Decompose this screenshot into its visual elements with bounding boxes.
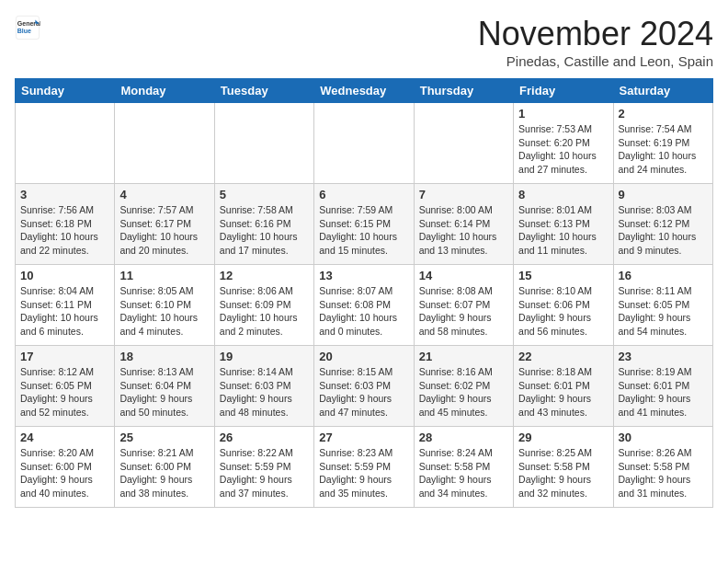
cell-text: Sunset: 6:16 PM [220, 217, 309, 231]
cell-text: Sunset: 6:17 PM [119, 217, 209, 231]
week-row-1: 1Sunrise: 7:53 AMSunset: 6:20 PMDaylight… [16, 103, 713, 184]
cell-text: Daylight: 9 hours and 41 minutes. [619, 392, 708, 419]
cell-text: Sunset: 6:00 PM [119, 460, 209, 474]
cell-text: Daylight: 9 hours and 45 minutes. [419, 392, 508, 419]
cell-text: Daylight: 10 hours and 13 minutes. [419, 230, 508, 257]
cell-text: Daylight: 10 hours and 9 minutes. [619, 230, 708, 257]
cell-text: Daylight: 9 hours and 40 minutes. [20, 473, 109, 500]
cell-text: Daylight: 9 hours and 54 minutes. [619, 311, 708, 338]
cell-text: Sunrise: 8:06 AM [220, 284, 309, 298]
cell-text: Daylight: 10 hours and 4 minutes. [119, 311, 209, 338]
cell-text: Daylight: 9 hours and 37 minutes. [220, 473, 309, 500]
cell-text: Daylight: 9 hours and 56 minutes. [518, 311, 608, 338]
calendar-cell: 15Sunrise: 8:10 AMSunset: 6:06 PMDayligh… [514, 265, 613, 346]
calendar-cell: 10Sunrise: 8:04 AMSunset: 6:11 PMDayligh… [16, 265, 115, 346]
cell-text: Sunset: 6:12 PM [619, 217, 708, 231]
cell-text: Sunset: 6:14 PM [419, 217, 508, 231]
week-row-4: 17Sunrise: 8:12 AMSunset: 6:05 PMDayligh… [16, 346, 713, 427]
day-number: 1 [518, 107, 608, 121]
cell-text: Daylight: 10 hours and 15 minutes. [319, 230, 408, 257]
calendar-cell: 22Sunrise: 8:18 AMSunset: 6:01 PMDayligh… [514, 346, 613, 427]
day-number: 13 [319, 269, 408, 282]
cell-text: Daylight: 9 hours and 43 minutes. [518, 392, 608, 419]
cell-text: Sunset: 6:04 PM [119, 379, 209, 393]
cell-text: Sunset: 6:10 PM [119, 298, 209, 312]
day-number: 10 [20, 269, 109, 282]
page-header: General Blue November 2024 Pinedas, Cast… [15, 15, 713, 69]
week-row-5: 24Sunrise: 8:20 AMSunset: 6:00 PMDayligh… [16, 427, 713, 508]
calendar-cell: 25Sunrise: 8:21 AMSunset: 6:00 PMDayligh… [115, 427, 214, 508]
cell-text: Daylight: 10 hours and 24 minutes. [619, 149, 708, 176]
day-number: 22 [518, 350, 608, 363]
month-title: November 2024 [478, 15, 713, 53]
day-number: 8 [518, 188, 608, 201]
weekday-header-monday: Monday [115, 79, 214, 103]
cell-text: Sunrise: 8:04 AM [20, 284, 109, 298]
location-title: Pinedas, Castille and Leon, Spain [478, 53, 713, 69]
day-number: 5 [220, 188, 309, 201]
cell-text: Sunset: 5:59 PM [220, 460, 309, 474]
calendar-cell [314, 103, 414, 184]
day-number: 27 [319, 431, 408, 444]
calendar-cell: 1Sunrise: 7:53 AMSunset: 6:20 PMDaylight… [514, 103, 613, 184]
day-number: 21 [419, 350, 508, 363]
cell-text: Sunset: 6:05 PM [619, 298, 708, 312]
calendar-cell: 18Sunrise: 8:13 AMSunset: 6:04 PMDayligh… [115, 346, 214, 427]
cell-text: Daylight: 9 hours and 47 minutes. [319, 392, 408, 419]
cell-text: Sunrise: 8:25 AM [518, 446, 608, 460]
cell-text: Sunset: 5:58 PM [419, 460, 508, 474]
calendar-cell: 28Sunrise: 8:24 AMSunset: 5:58 PMDayligh… [414, 427, 513, 508]
weekday-header-sunday: Sunday [16, 79, 115, 103]
cell-text: Daylight: 10 hours and 27 minutes. [518, 149, 608, 176]
cell-text: Daylight: 9 hours and 32 minutes. [518, 473, 608, 500]
calendar-cell: 21Sunrise: 8:16 AMSunset: 6:02 PMDayligh… [414, 346, 513, 427]
cell-text: Sunrise: 8:24 AM [419, 446, 508, 460]
calendar-cell: 5Sunrise: 7:58 AMSunset: 6:16 PMDaylight… [214, 184, 313, 265]
week-row-2: 3Sunrise: 7:56 AMSunset: 6:18 PMDaylight… [16, 184, 713, 265]
day-number: 4 [119, 188, 209, 201]
day-number: 2 [619, 107, 708, 121]
calendar-cell [115, 103, 214, 184]
calendar-cell [414, 103, 513, 184]
calendar-cell: 14Sunrise: 8:08 AMSunset: 6:07 PMDayligh… [414, 265, 513, 346]
cell-text: Sunrise: 8:21 AM [119, 446, 209, 460]
cell-text: Daylight: 9 hours and 52 minutes. [20, 392, 109, 419]
cell-text: Sunset: 6:15 PM [319, 217, 408, 231]
day-number: 18 [119, 350, 209, 363]
cell-text: Daylight: 10 hours and 11 minutes. [518, 230, 608, 257]
cell-text: Sunset: 6:20 PM [518, 136, 608, 150]
cell-text: Sunset: 6:06 PM [518, 298, 608, 312]
cell-text: Sunset: 5:58 PM [518, 460, 608, 474]
day-number: 12 [220, 269, 309, 282]
calendar-cell: 17Sunrise: 8:12 AMSunset: 6:05 PMDayligh… [16, 346, 115, 427]
calendar-cell [214, 103, 313, 184]
cell-text: Daylight: 10 hours and 22 minutes. [20, 230, 109, 257]
title-block: November 2024 Pinedas, Castille and Leon… [478, 15, 713, 69]
cell-text: Sunrise: 8:22 AM [220, 446, 309, 460]
cell-text: Sunset: 6:00 PM [20, 460, 109, 474]
day-number: 28 [419, 431, 508, 444]
cell-text: Sunset: 5:58 PM [619, 460, 708, 474]
cell-text: Daylight: 9 hours and 48 minutes. [220, 392, 309, 419]
day-number: 29 [518, 431, 608, 444]
cell-text: Sunset: 6:02 PM [419, 379, 508, 393]
cell-text: Sunset: 6:11 PM [20, 298, 109, 312]
cell-text: Sunrise: 8:12 AM [20, 365, 109, 379]
day-number: 23 [619, 350, 708, 363]
day-number: 16 [619, 269, 708, 282]
cell-text: Sunrise: 8:03 AM [619, 203, 708, 217]
calendar-cell: 27Sunrise: 8:23 AMSunset: 5:59 PMDayligh… [314, 427, 414, 508]
cell-text: Sunrise: 8:18 AM [518, 365, 608, 379]
day-number: 25 [119, 431, 209, 444]
cell-text: Sunset: 6:19 PM [619, 136, 708, 150]
cell-text: Daylight: 9 hours and 31 minutes. [619, 473, 708, 500]
cell-text: Daylight: 9 hours and 38 minutes. [119, 473, 209, 500]
logo: General Blue [15, 15, 40, 40]
day-number: 24 [20, 431, 109, 444]
calendar-cell: 20Sunrise: 8:15 AMSunset: 6:03 PMDayligh… [314, 346, 414, 427]
calendar-cell: 26Sunrise: 8:22 AMSunset: 5:59 PMDayligh… [214, 427, 313, 508]
cell-text: Sunset: 6:08 PM [319, 298, 408, 312]
day-number: 14 [419, 269, 508, 282]
cell-text: Sunset: 6:01 PM [518, 379, 608, 393]
weekday-header-friday: Friday [514, 79, 613, 103]
